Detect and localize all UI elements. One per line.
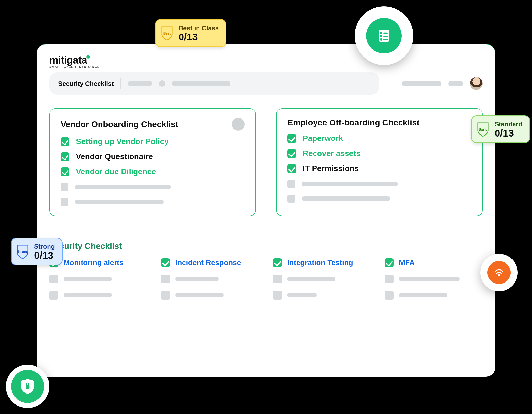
placeholder xyxy=(172,81,230,86)
placeholder-row xyxy=(385,275,483,283)
placeholder-row xyxy=(385,291,483,300)
placeholder-row xyxy=(287,180,471,188)
list-item[interactable]: IT Permissions xyxy=(287,164,471,173)
shield-icon: Basic xyxy=(476,121,490,137)
checkbox-icon[interactable] xyxy=(385,258,394,267)
svg-rect-1 xyxy=(380,32,382,34)
svg-rect-3 xyxy=(380,35,382,37)
divider xyxy=(120,78,121,89)
strong-badge: Strong Strong 0/13 xyxy=(11,238,63,265)
item-label: Incident Response xyxy=(175,259,241,267)
standard-badge: Basic Standard 0/13 xyxy=(471,115,530,143)
shield-text: Basic xyxy=(479,127,488,131)
list-item[interactable]: Setting up Vendor Policy xyxy=(61,137,245,146)
signal-icon xyxy=(487,261,511,284)
list-item[interactable]: Vendor due Diligence xyxy=(61,167,245,176)
alert-fab[interactable] xyxy=(480,254,518,291)
placeholder-row xyxy=(273,291,371,300)
avatar[interactable] xyxy=(470,77,483,90)
badge-label: Standard xyxy=(495,121,522,128)
placeholder-row xyxy=(61,183,245,191)
checkbox-icon[interactable] xyxy=(161,258,170,267)
card-title: Employee Off-boarding Checklist xyxy=(287,118,420,127)
svg-rect-8 xyxy=(26,385,30,389)
employee-offboarding-card: Employee Off-boarding Checklist Paperwor… xyxy=(276,108,483,216)
checkbox-icon[interactable] xyxy=(287,164,296,173)
svg-rect-6 xyxy=(383,39,388,40)
checkbox-icon[interactable] xyxy=(61,137,69,146)
topbar-right xyxy=(402,77,483,90)
shield-icon: Best xyxy=(160,25,174,41)
list-item[interactable]: Paperwork xyxy=(287,134,471,143)
item-label: Integration Testing xyxy=(287,259,353,267)
item-label: Vendor due Diligence xyxy=(76,167,156,176)
badge-count: 0/13 xyxy=(495,128,522,138)
badge-label: Best in Class xyxy=(179,24,219,32)
checklist-fab[interactable] xyxy=(355,6,413,65)
checkbox-icon[interactable] xyxy=(287,149,296,158)
best-in-class-badge: Best Best in Class 0/13 xyxy=(155,19,226,47)
checkbox-icon[interactable] xyxy=(61,167,69,176)
list-item[interactable]: MFA xyxy=(385,258,483,267)
placeholder-row xyxy=(49,291,147,300)
item-label: Vendor Questionaire xyxy=(76,152,153,161)
placeholder-row xyxy=(61,198,245,206)
placeholder xyxy=(448,81,463,86)
placeholder-row xyxy=(287,195,471,203)
cards-row: Vendor Onboarding Checklist Setting up V… xyxy=(49,108,483,216)
dashboard-panel: mitigata SMART CYBER INSURANCE Security … xyxy=(37,44,495,377)
vendor-onboarding-card: Vendor Onboarding Checklist Setting up V… xyxy=(49,108,256,216)
brand-dot-icon xyxy=(86,55,90,59)
item-label: Paperwork xyxy=(303,134,343,143)
shield-text: Strong xyxy=(17,250,28,254)
list-item[interactable]: Integration Testing xyxy=(273,258,371,267)
item-label: Recover assets xyxy=(303,149,361,158)
divider xyxy=(49,230,483,230)
item-label: IT Permissions xyxy=(303,164,359,173)
card-title: Vendor Onboarding Checklist xyxy=(61,120,178,129)
list-item[interactable]: Recover assets xyxy=(287,149,471,158)
breadcrumb-pill: Security Checklist xyxy=(49,72,379,95)
badge-count: 0/13 xyxy=(179,32,219,42)
placeholder-row xyxy=(161,275,259,283)
checklist-icon xyxy=(366,18,402,53)
shield-text: Best xyxy=(163,31,171,35)
checkbox-icon[interactable] xyxy=(287,134,296,143)
brand-logo: mitigata xyxy=(49,54,90,66)
placeholder xyxy=(402,81,441,86)
placeholder xyxy=(128,81,152,86)
placeholder-row xyxy=(161,291,259,300)
svg-point-7 xyxy=(498,274,500,276)
security-fab[interactable] xyxy=(6,365,49,408)
shield-icon: Strong xyxy=(16,244,29,259)
checkbox-icon[interactable] xyxy=(273,258,282,267)
card-status-dot xyxy=(232,118,245,131)
shield-lock-icon xyxy=(11,370,44,403)
topbar: Security Checklist xyxy=(49,72,483,95)
svg-rect-2 xyxy=(383,33,388,34)
badge-label: Strong xyxy=(34,243,55,250)
checkbox-icon[interactable] xyxy=(61,152,69,161)
placeholder-row xyxy=(49,275,147,283)
brand-block: mitigata SMART CYBER INSURANCE xyxy=(49,54,483,69)
badge-count: 0/13 xyxy=(34,250,55,260)
security-section-title: Security Checklist xyxy=(49,241,483,251)
list-item[interactable]: Vendor Questionaire xyxy=(61,152,245,161)
page-title: Security Checklist xyxy=(58,80,114,87)
item-label: Monitoring alerts xyxy=(64,259,123,267)
item-label: Setting up Vendor Policy xyxy=(76,137,169,146)
svg-rect-5 xyxy=(380,38,382,41)
list-item[interactable]: Incident Response xyxy=(161,258,259,267)
security-grid: Monitoring alerts Incident Response Inte… xyxy=(49,258,483,300)
svg-rect-4 xyxy=(383,36,388,37)
placeholder-row xyxy=(273,275,371,283)
item-label: MFA xyxy=(399,259,415,267)
brand-name: mitigata xyxy=(49,54,87,66)
placeholder xyxy=(159,80,165,87)
list-item[interactable]: Monitoring alerts xyxy=(49,258,147,267)
